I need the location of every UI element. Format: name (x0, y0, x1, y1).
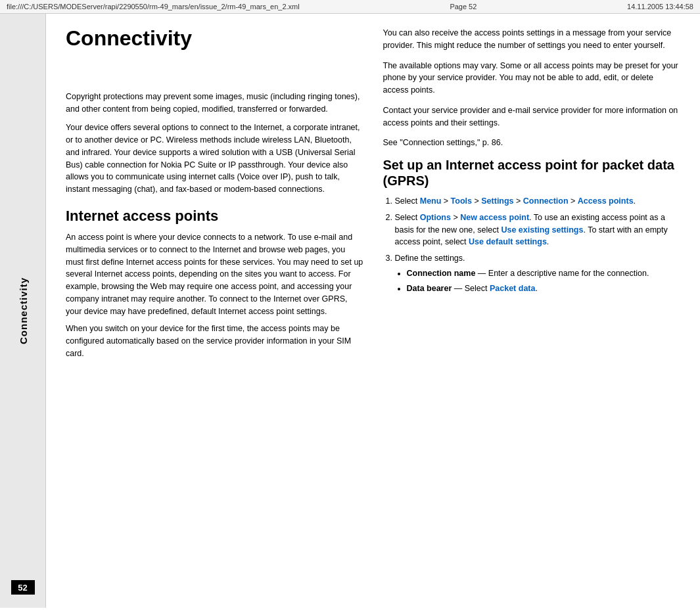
step1-accesspoints-link: Access points (578, 196, 634, 206)
page-number-box: 52 (11, 580, 35, 595)
bullet1-bold: Connection name (407, 269, 476, 278)
right-para3: Contact your service provider and e-mail… (383, 104, 681, 129)
section2-heading: Set up an Internet access point for pack… (383, 157, 681, 189)
intro-paragraph-2: Your device offers several options to co… (66, 122, 363, 196)
section1-heading: Internet access points (66, 208, 363, 225)
step1-period: . (634, 196, 636, 206)
right-column: You can also receive the access points s… (383, 27, 681, 595)
bullet2-bold: Data bearer (407, 284, 452, 293)
step1-sep2: > (472, 196, 481, 206)
step1-prefix: Select (395, 196, 420, 206)
right-para4: See "Connection settings," p. 86. (383, 137, 681, 149)
sidebar-label: Connectivity (17, 277, 28, 344)
page-label: Page 52 (450, 3, 477, 11)
steps-list: Select Menu > Tools > Settings > Connect… (383, 195, 681, 294)
bullet2: Data bearer — Select Packet data. (407, 283, 681, 295)
step2-sep1: > (451, 213, 460, 222)
step2-newaccesspoint-link: New access point (460, 213, 529, 222)
timestamp: 14.11.2005 13:44:58 (627, 3, 693, 11)
step1-settings-link: Settings (481, 196, 513, 206)
bullet2-text: — Select (452, 284, 490, 293)
step1-sep3: > (514, 196, 523, 206)
step3: Define the settings. Connection name — E… (395, 252, 681, 294)
step1-sep1: > (441, 196, 450, 206)
main-content: Connectivity Copyright protections may p… (46, 14, 700, 608)
step2: Select Options > New access point. To us… (395, 212, 681, 248)
top-bar: file:///C:/USERS/MODEServer/rapi/2290550… (0, 0, 700, 14)
right-para1: You can also receive the access points s… (383, 27, 681, 52)
step2-options-link: Options (420, 213, 451, 222)
step1-sep4: > (569, 196, 578, 206)
step2-useexisting-link: Use existing settings (501, 225, 583, 235)
page-number: 52 (18, 583, 27, 593)
settings-list: Connection name — Enter a descriptive na… (395, 267, 681, 295)
step1: Select Menu > Tools > Settings > Connect… (395, 195, 681, 208)
sidebar: Connectivity 52 (0, 14, 46, 608)
intro-paragraph-1: Copyright protections may prevent some i… (66, 91, 363, 116)
step2-prefix: Select (395, 213, 420, 222)
filepath: file:///C:/USERS/MODEServer/rapi/2290550… (7, 3, 300, 11)
bullet2-text2: . (535, 284, 537, 293)
bullet1-text: — Enter a descriptive name for the conne… (475, 269, 649, 278)
step1-connection-link: Connection (523, 196, 569, 206)
step2-usedefault-link: Use default settings (469, 237, 547, 246)
step2-text3: . (547, 237, 549, 246)
right-para2: The available options may vary. Some or … (383, 60, 681, 97)
page-wrapper: Connectivity 52 Connectivity Copyright p… (0, 14, 700, 608)
bullet2-packetdata-link: Packet data (490, 284, 535, 293)
left-column: Copyright protections may prevent some i… (66, 91, 363, 595)
bullet1: Connection name — Enter a descriptive na… (407, 267, 681, 280)
step1-tools-link: Tools (451, 196, 472, 206)
step3-prefix: Define the settings. (395, 254, 465, 263)
page-title: Connectivity (66, 27, 363, 79)
section1-body1: An access point is where your device con… (66, 231, 363, 317)
section1-body2: When you switch on your device for the f… (66, 323, 363, 359)
step1-menu-link: Menu (420, 196, 442, 206)
